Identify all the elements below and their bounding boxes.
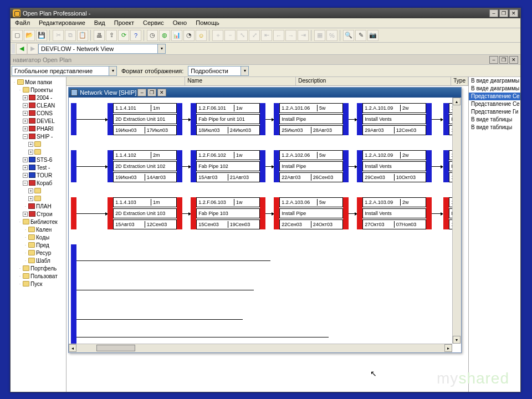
scroll-left-icon[interactable]: ◂ <box>69 344 76 352</box>
toolbar-handle[interactable] <box>12 44 15 54</box>
tree-item[interactable]: +Строи <box>11 210 66 218</box>
activity-node-partial[interactable]: 1.In15 <box>443 103 452 135</box>
view-fwd-icon[interactable]: ▶ <box>27 43 38 54</box>
tree-item[interactable]: + <box>11 140 66 148</box>
first-icon[interactable]: ⇤ <box>261 30 272 41</box>
clock-icon[interactable]: ◷ <box>147 30 158 41</box>
col-name[interactable]: Name <box>185 77 296 85</box>
activity-node[interactable]: 1.2.F.06.1031wFab Pipe 10315Сен0319Сен03 <box>191 197 265 229</box>
minimize-button[interactable]: – <box>489 9 498 17</box>
type-row[interactable]: Представление Се <box>469 93 520 100</box>
activity-node-partial[interactable]: 1.In10 <box>443 197 452 229</box>
activity-node[interactable]: 1.2.A.102.092wInstall Vents29Сен0310Окт0… <box>357 150 432 182</box>
chevron-down-icon[interactable]: ▾ <box>241 66 248 75</box>
activity-node[interactable]: 1.2.A.103.065wInstall Pipe22Сен0324Окт03 <box>274 197 349 229</box>
next-icon[interactable]: → <box>285 30 296 41</box>
net-close-button[interactable]: ✕ <box>157 89 166 96</box>
tree-item[interactable]: ·Пред <box>11 241 66 249</box>
menu-project[interactable]: Проект <box>110 18 139 28</box>
scroll-up-icon[interactable]: ▴ <box>453 98 461 105</box>
prev-icon[interactable]: ← <box>273 30 284 41</box>
tree-item[interactable]: ·Портфель <box>11 264 66 272</box>
tree-item[interactable]: ·Пуск <box>11 280 66 288</box>
maximize-button[interactable]: ❐ <box>499 9 508 17</box>
view-back-icon[interactable]: ◀ <box>16 43 27 54</box>
tree-item[interactable]: +DEVEL <box>11 117 66 125</box>
tree-item[interactable]: ·Библиотек <box>11 218 66 226</box>
globe-icon[interactable]: ◍ <box>159 30 170 41</box>
activity-node[interactable]: 1.2.F.06.1011wFab Pipe for unit 10118Июл… <box>191 103 265 135</box>
tree-item[interactable]: + <box>11 148 66 156</box>
type-row[interactable]: В виде таблицы <box>469 116 520 124</box>
tree-item[interactable]: ·Ресур <box>11 249 66 257</box>
scroll-thumb[interactable] <box>96 345 135 351</box>
activity-node[interactable]: 1.1.4.1022m2D Extraction Unit 10219Июн03… <box>108 150 182 182</box>
representation-combo[interactable]: Глобальное представление ▾ <box>12 66 117 76</box>
tree-item[interactable]: + <box>11 187 66 195</box>
zoom-min-icon[interactable]: ⤡ <box>237 30 248 41</box>
chart-icon[interactable]: 📊 <box>171 30 182 41</box>
menu-window[interactable]: Окно <box>168 18 192 28</box>
last-icon[interactable]: ⇥ <box>298 30 309 41</box>
tree-item[interactable]: +STS-6 <box>11 156 66 163</box>
type-row[interactable]: В виде диаграммы <box>469 77 520 85</box>
refresh-icon[interactable]: ⟳ <box>118 30 129 41</box>
save-icon[interactable]: 💾 <box>36 30 47 41</box>
activity-node[interactable]: 1.2.F.06.1021wFab Pipe 10215Авг0321Авг03 <box>191 150 265 182</box>
net-min-button[interactable]: – <box>137 89 146 96</box>
find-icon[interactable]: 🔍 <box>343 30 354 41</box>
note-icon[interactable]: ✎ <box>355 30 366 41</box>
tree-item[interactable]: +CONS <box>11 109 66 117</box>
activity-node[interactable]: 1.2.A.103.092wInstall Vents27Окт0307Ноя0… <box>357 197 432 229</box>
scrollbar-horizontal[interactable]: ◂ ▸ <box>69 344 452 352</box>
type-row[interactable]: В виде таблицы <box>469 124 520 131</box>
menu-file[interactable]: Файл <box>11 18 34 28</box>
menu-view[interactable]: Вид <box>90 18 110 28</box>
plus-icon[interactable]: ＋ <box>212 30 223 41</box>
scroll-down-icon[interactable]: ▾ <box>453 336 461 344</box>
activity-node[interactable]: 1.2.A.102.065wInstall Pipe22Авг0326Сен03 <box>274 150 349 182</box>
activity-node[interactable]: 1.1.4.1031m2D Extraction Unit 10315Авг03… <box>108 197 182 229</box>
col-spacer[interactable] <box>66 77 185 85</box>
nav-close-button[interactable]: ✕ <box>509 56 518 64</box>
close-button[interactable]: ✕ <box>509 9 518 17</box>
tree-item[interactable]: ·Коды <box>11 233 66 241</box>
view-select-combo[interactable]: DEVFLOW - Network View ▾ <box>38 44 166 54</box>
menu-service[interactable]: Сервис <box>139 18 168 28</box>
chevron-down-icon[interactable]: ▾ <box>157 44 165 53</box>
tree-item[interactable]: ·Мои папки <box>11 78 66 86</box>
scrollbar-vertical[interactable]: ▴ ▾ <box>452 98 461 344</box>
tree-item[interactable]: ·ПЛАН <box>11 202 66 210</box>
type-list[interactable]: В виде диаграммыВ виде диаграммыПредстав… <box>468 77 520 392</box>
tree-item[interactable]: ·Пользоват <box>11 272 66 280</box>
chevron-down-icon[interactable]: ▾ <box>109 66 116 75</box>
network-window[interactable]: Network View [SHIP] – ❐ ✕ 1.1.4.1011m2D … <box>68 87 462 353</box>
paste-icon[interactable]: 📋 <box>77 30 88 41</box>
cut-icon[interactable]: ✂ <box>53 30 64 41</box>
tree-item[interactable]: + <box>11 195 66 202</box>
type-row[interactable]: Представление Ги <box>469 108 520 116</box>
grid-icon[interactable]: ▦ <box>314 30 325 41</box>
scroll-right-icon[interactable]: ▸ <box>444 344 452 352</box>
title-bar[interactable]: Open Plan Professional - – ❐ ✕ <box>11 8 520 18</box>
tree-item[interactable]: +Test - <box>11 163 66 171</box>
camera-icon[interactable]: 📷 <box>367 30 378 41</box>
percent-icon[interactable]: % <box>326 30 337 41</box>
tree-item[interactable]: ·Шабл <box>11 257 66 264</box>
activity-node[interactable]: 1.2.A.101.092wInstall Vents29Авг0312Сен0… <box>357 103 432 135</box>
copy-icon[interactable]: ⧉ <box>65 30 76 41</box>
activity-node-partial[interactable]: 1.In13 <box>443 150 452 182</box>
new-icon[interactable]: ▢ <box>12 30 23 41</box>
tree-item[interactable]: ·Проекты <box>11 86 66 94</box>
tree-item[interactable]: ·Кален <box>11 226 66 233</box>
tree-item[interactable]: +2004 - <box>11 94 66 101</box>
open-icon[interactable]: 📂 <box>24 30 35 41</box>
activity-node[interactable]: 1.1.4.1011m2D Extraction Unit 10119Июн03… <box>108 103 182 135</box>
export-icon[interactable]: ⇪ <box>106 30 117 41</box>
project-tree[interactable]: ·Мои папки·Проекты+2004 -+CLEAN+CONS+DEV… <box>11 77 66 392</box>
nav-max-button[interactable]: ❐ <box>499 56 508 64</box>
tree-item[interactable]: −Кораб <box>11 179 66 187</box>
zoom-out-icon[interactable]: ⤢ <box>249 30 260 41</box>
tree-item[interactable]: +PHARI <box>11 125 66 132</box>
menu-help[interactable]: Помощь <box>191 18 224 28</box>
